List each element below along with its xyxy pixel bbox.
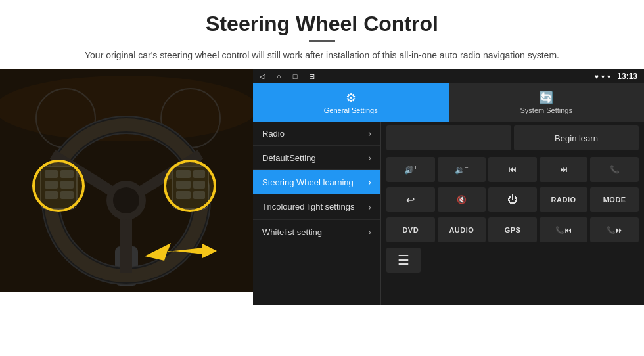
- phone-next-icon: 📞⏭: [607, 226, 623, 234]
- mute-icon: 🔇: [457, 195, 467, 204]
- volume-down-icon: 🔉−: [455, 164, 468, 175]
- clock: 13:13: [617, 72, 637, 81]
- gps-label: GPS: [505, 226, 521, 234]
- tab-bar: ⚙ General Settings 🔄 System Settings: [253, 83, 644, 122]
- control-buttons-row2: ↩ 🔇 ⏻ RADIO MODE: [381, 185, 644, 215]
- menu-whitelist-label: Whitelist setting: [262, 227, 322, 237]
- menu-nav-icon[interactable]: ⊟: [309, 72, 315, 81]
- chevron-icon-steering: ›: [368, 177, 371, 187]
- page-header: Steering Wheel Control Your original car…: [0, 0, 644, 69]
- menu-icon: ☰: [398, 252, 409, 268]
- mode-button[interactable]: MODE: [590, 187, 639, 212]
- dvd-label: DVD: [402, 226, 419, 234]
- tab-system-label: System Settings: [520, 106, 572, 114]
- android-ui: ◁ ○ □ ⊟ ♥ ▾ ▾ 13:13 ⚙ General Settings 🔄…: [253, 69, 644, 305]
- next-track-button[interactable]: ⏭: [540, 157, 588, 182]
- volume-up-button[interactable]: 🔊+: [386, 157, 435, 182]
- control-panel: Begin learn 🔊+ 🔉− ⏮ ⏭: [381, 122, 644, 305]
- general-settings-icon: ⚙: [346, 91, 356, 105]
- begin-learn-row: Begin learn: [381, 122, 644, 154]
- phone-prev-icon: 📞⏮: [555, 226, 572, 234]
- menu-icon-button[interactable]: ☰: [386, 248, 421, 273]
- svg-point-12: [113, 187, 139, 213]
- radio-button[interactable]: RADIO: [540, 187, 588, 212]
- location-icon: ♥: [595, 73, 599, 80]
- chevron-icon-default: ›: [368, 152, 371, 163]
- steering-wheel-svg: [0, 69, 253, 292]
- chevron-icon-whitelist: ›: [368, 227, 371, 237]
- control-buttons-row3: DVD AUDIO GPS 📞⏮ 📞⏭: [381, 215, 644, 245]
- signal-icon: ▾: [607, 73, 610, 80]
- chevron-icon-radio: ›: [368, 128, 371, 139]
- menu-steering-label: Steering Wheel learning: [262, 177, 354, 187]
- audio-label: AUDIO: [449, 226, 474, 234]
- prev-track-button[interactable]: ⏮: [488, 157, 537, 182]
- steering-bg: [0, 69, 253, 292]
- audio-button[interactable]: AUDIO: [438, 217, 486, 242]
- menu-item-default[interactable]: DefaultSetting ›: [253, 146, 380, 170]
- phone-answer-button[interactable]: 📞: [590, 157, 639, 182]
- next-track-icon: ⏭: [560, 165, 568, 174]
- status-bar: ◁ ○ □ ⊟ ♥ ▾ ▾ 13:13: [253, 69, 644, 83]
- title-divider: [309, 40, 335, 42]
- recents-icon[interactable]: □: [293, 72, 298, 80]
- svg-point-28: [165, 161, 215, 211]
- menu-item-steering[interactable]: Steering Wheel learning ›: [253, 170, 380, 194]
- tab-general-label: General Settings: [324, 106, 378, 114]
- phone-answer-icon: 📞: [610, 165, 620, 174]
- volume-up-icon: 🔊+: [404, 164, 417, 175]
- menu-default-label: DefaultSetting: [262, 153, 316, 163]
- dvd-button[interactable]: DVD: [386, 217, 435, 242]
- power-button[interactable]: ⏻: [488, 187, 537, 212]
- menu-item-radio[interactable]: Radio ›: [253, 122, 380, 146]
- page-title: Steering Wheel Control: [26, 12, 618, 36]
- main-content: ◁ ○ □ ⊟ ♥ ▾ ▾ 13:13 ⚙ General Settings 🔄…: [0, 69, 644, 305]
- single-button-row: ☰: [381, 245, 644, 275]
- content-area: Radio › DefaultSetting › Steering Wheel …: [253, 122, 644, 305]
- home-icon[interactable]: ○: [277, 72, 281, 80]
- menu-item-whitelist[interactable]: Whitelist setting ›: [253, 220, 380, 244]
- mute-button[interactable]: 🔇: [438, 187, 486, 212]
- hangup-icon: ↩: [406, 194, 415, 206]
- menu-tricoloured-label: Tricoloured light settings: [262, 202, 354, 213]
- page-subtitle: Your original car's steering wheel contr…: [26, 49, 618, 62]
- radio-label: RADIO: [551, 196, 576, 204]
- menu-panel: Radio › DefaultSetting › Steering Wheel …: [253, 122, 381, 305]
- menu-item-tricoloured[interactable]: Tricoloured light settings ›: [253, 194, 380, 220]
- menu-radio-label: Radio: [262, 129, 285, 139]
- chevron-icon-tricoloured: ›: [368, 201, 371, 213]
- status-nav-icons: ◁ ○ □ ⊟: [260, 72, 315, 81]
- hangup-button[interactable]: ↩: [386, 187, 435, 212]
- volume-down-button[interactable]: 🔉−: [438, 157, 486, 182]
- phone-prev-button[interactable]: 📞⏮: [540, 217, 588, 242]
- status-right-icons: ♥ ▾ ▾ 13:13: [595, 72, 637, 81]
- empty-input-box: [386, 125, 511, 150]
- mode-label: MODE: [603, 196, 626, 204]
- prev-track-icon: ⏮: [509, 165, 517, 174]
- tab-general[interactable]: ⚙ General Settings: [253, 83, 449, 122]
- tab-system[interactable]: 🔄 System Settings: [449, 83, 645, 122]
- phone-next-button[interactable]: 📞⏭: [590, 217, 639, 242]
- back-icon[interactable]: ◁: [260, 72, 265, 81]
- wifi-icon: ▾: [601, 73, 605, 80]
- system-settings-icon: 🔄: [539, 91, 553, 105]
- svg-point-27: [34, 161, 83, 211]
- begin-learn-button[interactable]: Begin learn: [514, 125, 639, 150]
- control-buttons-row1: 🔊+ 🔉− ⏮ ⏭ 📞: [381, 154, 644, 185]
- gps-button[interactable]: GPS: [488, 217, 537, 242]
- power-icon: ⏻: [507, 194, 518, 206]
- car-image-area: [0, 69, 253, 292]
